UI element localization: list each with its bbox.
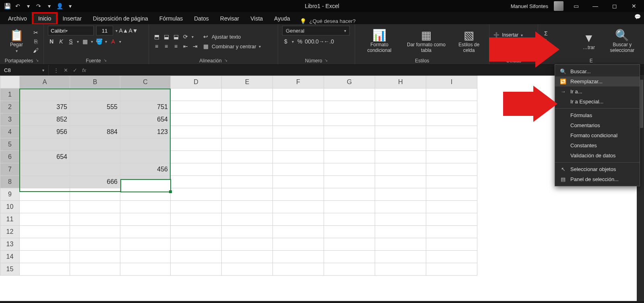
increase-font-icon[interactable]: A▲ xyxy=(120,27,127,34)
menu-formato-condicional[interactable]: Formato condicional xyxy=(555,130,640,140)
maximize-icon[interactable]: ◻ xyxy=(608,0,621,12)
dialog-launcher-icon[interactable]: ↘ xyxy=(324,58,328,64)
col-header-A[interactable]: A xyxy=(20,76,70,89)
align-left-icon[interactable]: ≡ xyxy=(153,43,160,50)
menu-buscar[interactable]: 🔍Buscar... xyxy=(555,66,640,76)
cell-A8[interactable] xyxy=(20,176,70,188)
row-header-9[interactable]: 9 xyxy=(0,188,20,201)
redo-dropdown-icon[interactable]: ▾ xyxy=(46,3,52,9)
cell-A4[interactable]: 956 xyxy=(20,126,70,138)
dialog-launcher-icon[interactable]: ↘ xyxy=(103,58,107,64)
row-header-15[interactable]: 15 xyxy=(0,263,20,276)
cell-B6[interactable] xyxy=(70,151,120,163)
row-header-7[interactable]: 7 xyxy=(0,163,20,176)
cancel-formula-icon[interactable]: ✕ xyxy=(64,67,68,73)
italic-icon[interactable]: K xyxy=(58,38,65,45)
tab-archivo[interactable]: Archivo xyxy=(2,13,33,24)
fill-handle[interactable] xyxy=(169,190,172,193)
row-header-13[interactable]: 13 xyxy=(0,238,20,251)
increase-indent-icon[interactable]: ⇥ xyxy=(192,43,199,50)
tab-revisar[interactable]: Revisar xyxy=(215,13,245,24)
cell-A7[interactable] xyxy=(20,163,70,176)
align-middle-icon[interactable]: ⬓ xyxy=(163,33,170,40)
col-header-E[interactable]: E xyxy=(222,76,273,89)
cell-B7[interactable] xyxy=(70,163,120,176)
tab-insertar[interactable]: Insertar xyxy=(57,13,87,24)
cell-C8[interactable] xyxy=(120,176,171,188)
user-name[interactable]: Manuel Sifontes xyxy=(511,3,548,9)
insert-cells-button[interactable]: ➕Insertar▾ xyxy=(493,32,523,38)
close-icon[interactable]: ✕ xyxy=(627,0,641,12)
cell-D1[interactable] xyxy=(171,89,222,101)
font-color-icon[interactable]: A xyxy=(109,38,117,45)
wrap-text-button[interactable]: ↩Ajustar texto xyxy=(202,33,261,40)
menu-seleccionar-objetos[interactable]: ↖Seleccionar objetos xyxy=(555,164,640,174)
menu-ir-especial[interactable]: Ir a Especial... xyxy=(555,97,640,107)
align-bottom-icon[interactable]: ⬓ xyxy=(172,33,180,40)
user-icon[interactable]: 👤 xyxy=(56,3,63,9)
redo-icon[interactable]: ↷ xyxy=(35,3,42,9)
menu-constantes[interactable]: Constantes xyxy=(555,140,640,150)
fill-color-icon[interactable]: 🪣 xyxy=(95,38,103,45)
save-icon[interactable]: 💾 xyxy=(4,3,10,9)
dialog-launcher-icon[interactable]: ↘ xyxy=(35,58,39,64)
col-header-G[interactable]: G xyxy=(324,76,375,89)
tab-inicio[interactable]: Inicio xyxy=(33,13,57,24)
cell-C5[interactable] xyxy=(120,138,171,151)
avatar[interactable] xyxy=(554,1,564,11)
cell-B5[interactable] xyxy=(70,138,120,151)
paste-button[interactable]: 📋 Pegar ▾ xyxy=(4,29,29,54)
cell-B2[interactable]: 555 xyxy=(70,101,120,113)
tab-vista[interactable]: Vista xyxy=(245,13,268,24)
cell-B1[interactable] xyxy=(70,89,120,101)
cell-C2[interactable]: 751 xyxy=(120,101,171,113)
cell-A6[interactable]: 654 xyxy=(20,151,70,163)
undo-icon[interactable]: ↶ xyxy=(14,3,21,9)
menu-comentarios[interactable]: Comentarios xyxy=(555,120,640,130)
row-header-6[interactable]: 6 xyxy=(0,151,20,163)
cell-C4[interactable]: 123 xyxy=(120,126,171,138)
menu-reemplazar[interactable]: 🔁Reemplazar... xyxy=(555,76,640,87)
conditional-format-button[interactable]: 📊Formato condicional xyxy=(359,29,400,54)
menu-ir-a[interactable]: →Ir a... xyxy=(555,87,640,97)
col-header-I[interactable]: I xyxy=(426,76,477,89)
comma-icon[interactable]: 000 xyxy=(306,38,313,45)
col-header-B[interactable]: B xyxy=(70,76,120,89)
row-header-1[interactable]: 1 xyxy=(0,89,20,101)
tell-me[interactable]: 💡 ¿Qué desea hacer? xyxy=(300,18,356,24)
decrease-indent-icon[interactable]: ⇤ xyxy=(182,43,189,50)
minimize-icon[interactable]: — xyxy=(588,0,602,12)
menu-formulas[interactable]: Fórmulas xyxy=(555,110,640,120)
font-name-input[interactable]: Calibri▾ xyxy=(48,26,94,35)
cell-C7[interactable]: 456 xyxy=(120,163,171,176)
decrease-decimal-icon[interactable]: ←.0 xyxy=(325,38,332,45)
cut-icon[interactable]: ✂ xyxy=(32,29,39,36)
cell-C1[interactable] xyxy=(120,89,171,101)
row-header-8[interactable]: 8 xyxy=(0,176,20,188)
increase-decimal-icon[interactable]: .0→ xyxy=(316,38,323,45)
menu-panel-seleccion[interactable]: ▤Panel de selección... xyxy=(555,174,640,184)
bold-icon[interactable]: N xyxy=(48,38,55,45)
col-header-H[interactable]: H xyxy=(375,76,426,89)
sort-filter-button[interactable]: ▼…trar xyxy=(576,32,601,51)
copy-icon[interactable]: ⎘ xyxy=(32,38,39,45)
cell-A2[interactable]: 375 xyxy=(20,101,70,113)
col-header-D[interactable]: D xyxy=(171,76,222,89)
row-header-11[interactable]: 11 xyxy=(0,213,20,226)
qat-customize-icon[interactable]: ▾ xyxy=(67,3,73,9)
row-header-10[interactable]: 10 xyxy=(0,201,20,213)
row-header-12[interactable]: 12 xyxy=(0,226,20,238)
cell-C3[interactable]: 654 xyxy=(120,113,171,126)
merge-center-button[interactable]: ▦Combinar y centrar▾ xyxy=(202,43,261,50)
tab-datos[interactable]: Datos xyxy=(188,13,215,24)
comments-icon[interactable]: 💬 xyxy=(634,14,641,20)
undo-dropdown-icon[interactable]: ▾ xyxy=(25,3,31,9)
borders-icon[interactable]: ▦ xyxy=(81,38,89,45)
orientation-icon[interactable]: ⟳ xyxy=(182,33,189,40)
tab-ayuda[interactable]: Ayuda xyxy=(268,13,295,24)
ribbon-display-icon[interactable]: ▭ xyxy=(569,0,583,12)
currency-icon[interactable]: $ xyxy=(282,38,289,45)
col-header-C[interactable]: C xyxy=(120,76,171,89)
cell-C6[interactable] xyxy=(120,151,171,163)
number-format-select[interactable]: General▾ xyxy=(282,26,350,35)
